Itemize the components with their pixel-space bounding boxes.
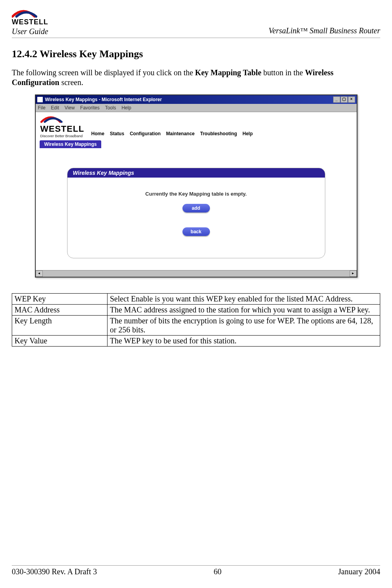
site-header: WESTELL Discover Better Broadband Home S… — [36, 112, 357, 140]
parameter-table: WEP Key Select Enable is you want this W… — [12, 293, 380, 347]
panel-title: Wireless Key Mappings — [67, 168, 325, 178]
table-row: MAC Address The MAC address assigned to … — [12, 305, 380, 316]
brand-wordmark: WESTELL — [12, 18, 48, 26]
table-row: Key Value The WEP key to be used for thi… — [12, 336, 380, 347]
brand-block: WESTELL User Guide — [12, 8, 48, 36]
table-row: WEP Key Select Enable is you want this W… — [12, 294, 380, 305]
site-nav: Home Status Configuration Maintenance Tr… — [91, 131, 253, 138]
site-brand: WESTELL — [40, 124, 84, 134]
menu-item[interactable]: File — [38, 105, 46, 111]
para-text: The following screen will be displayed i… — [12, 68, 195, 77]
nav-item[interactable]: Status — [110, 131, 124, 136]
horizontal-scrollbar[interactable]: ◂ ▸ — [36, 270, 357, 277]
nav-item[interactable]: Help — [242, 131, 253, 136]
westell-swoosh-icon — [12, 8, 43, 19]
doc-label: User Guide — [12, 27, 48, 36]
param-desc: The number of bits the encryption is goi… — [108, 316, 380, 336]
para-bold-1: Key Mapping Table — [195, 68, 261, 77]
param-desc: The WEP key to be used for this station. — [108, 336, 380, 347]
page-header: WESTELL User Guide VersaLink™ Small Busi… — [12, 8, 380, 38]
close-button[interactable]: × — [348, 96, 355, 103]
menu-item[interactable]: Help — [122, 105, 131, 111]
param-name: Key Value — [12, 336, 108, 347]
scroll-right-icon[interactable]: ▸ — [350, 270, 357, 277]
window-buttons: _ ▢ × — [333, 96, 355, 103]
product-name: VersaLink™ Small Business Router — [268, 26, 380, 36]
browser-menubar: File Edit View Favorites Tools Help — [36, 104, 357, 112]
back-button[interactable]: back — [182, 227, 210, 236]
table-row: Key Length The number of bits the encryp… — [12, 316, 380, 336]
menu-item[interactable]: Favorites — [80, 105, 99, 111]
intro-paragraph: The following screen will be displayed i… — [12, 68, 380, 87]
nav-item[interactable]: Configuration — [130, 131, 161, 136]
para-text: button in the — [261, 68, 305, 77]
param-name: MAC Address — [12, 305, 108, 316]
westell-swoosh-icon — [40, 114, 68, 124]
footer-right: January 2004 — [338, 567, 380, 576]
add-button[interactable]: add — [182, 204, 210, 212]
param-desc: Select Enable is you want this WEP key e… — [108, 294, 380, 305]
panel-area: Wireless Key Mappings Currently the Key … — [36, 148, 357, 270]
section-heading: 12.4.2 Wireless Key Mappings — [12, 48, 380, 60]
param-desc: The MAC address assigned to the station … — [108, 305, 380, 316]
nav-item[interactable]: Home — [91, 131, 104, 136]
footer-left: 030-300390 Rev. A Draft 3 — [12, 567, 97, 576]
nav-item[interactable]: Maintenance — [166, 131, 195, 136]
tab-strip: Wireless Key Mappings — [36, 140, 357, 148]
panel: Wireless Key Mappings Currently the Key … — [67, 168, 325, 258]
menu-item[interactable]: View — [65, 105, 75, 111]
scroll-left-icon[interactable]: ◂ — [36, 270, 43, 277]
menu-item[interactable]: Tools — [105, 105, 116, 111]
footer-center: 60 — [213, 567, 221, 576]
panel-body: Currently the Key Mapping table is empty… — [67, 178, 325, 258]
site-logo: WESTELL Discover Better Broadband — [40, 114, 84, 138]
empty-message: Currently the Key Mapping table is empty… — [71, 191, 321, 197]
maximize-button[interactable]: ▢ — [341, 96, 348, 103]
para-text: screen. — [59, 78, 83, 87]
document-page: WESTELL User Guide VersaLink™ Small Busi… — [0, 0, 392, 588]
browser-body: WESTELL Discover Better Broadband Home S… — [36, 112, 357, 270]
menu-item[interactable]: Edit — [51, 105, 59, 111]
page-footer: 030-300390 Rev. A Draft 3 60 January 200… — [12, 565, 380, 576]
site-tagline: Discover Better Broadband — [40, 134, 83, 138]
embedded-screenshot: Wireless Key Mappings - Microsoft Intern… — [35, 94, 357, 278]
window-title: Wireless Key Mappings - Microsoft Intern… — [45, 97, 162, 102]
minimize-button[interactable]: _ — [333, 96, 340, 103]
param-name: Key Length — [12, 316, 108, 336]
ie-icon — [37, 97, 43, 102]
param-name: WEP Key — [12, 294, 108, 305]
window-titlebar: Wireless Key Mappings - Microsoft Intern… — [36, 95, 357, 104]
nav-item[interactable]: Troubleshooting — [200, 131, 237, 136]
active-tab[interactable]: Wireless Key Mappings — [40, 140, 102, 148]
